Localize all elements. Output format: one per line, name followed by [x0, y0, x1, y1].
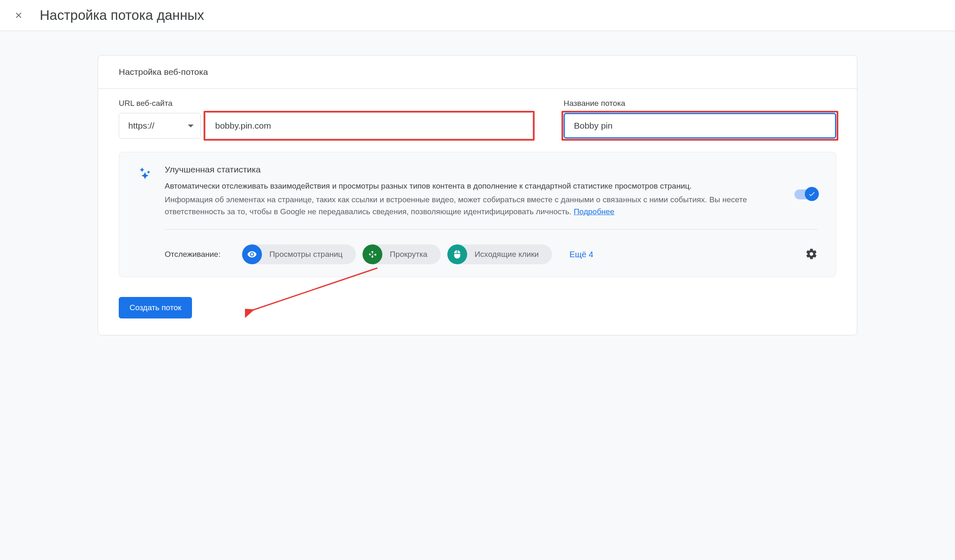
card-section-title: Настройка веб-потока	[98, 55, 857, 89]
enhanced-toggle[interactable]	[794, 189, 818, 199]
tracking-chip-outbound: Исходящие клики	[447, 244, 552, 264]
scroll-icon	[362, 244, 382, 264]
url-scheme-select[interactable]: https://	[119, 113, 201, 139]
tracking-label: Отслеживание:	[165, 250, 221, 259]
url-scheme-value: https://	[128, 121, 154, 131]
chip-label: Просмотры страниц	[262, 250, 346, 259]
create-stream-button[interactable]: Создать поток	[119, 297, 192, 318]
url-label: URL веб-сайта	[119, 99, 533, 108]
tracking-chip-scroll: Прокрутка	[362, 244, 441, 264]
sparkle-icon	[137, 165, 152, 264]
chip-label: Прокрутка	[382, 250, 431, 259]
mouse-icon	[447, 244, 467, 264]
tracking-chip-page-views: Просмотры страниц	[242, 244, 356, 264]
enhanced-title: Улучшенная статистика	[165, 165, 818, 175]
chip-label: Исходящие клики	[467, 250, 542, 259]
chevron-down-icon	[188, 124, 194, 127]
toggle-knob	[805, 187, 819, 201]
more-tracking-link[interactable]: Ещё 4	[569, 250, 593, 259]
learn-more-link[interactable]: Подробнее	[573, 207, 614, 216]
stream-name-input[interactable]	[564, 113, 836, 139]
gear-icon[interactable]	[805, 248, 818, 261]
close-icon[interactable]	[13, 10, 24, 21]
enhanced-description: Информация об элементах на странице, так…	[165, 194, 774, 218]
enhanced-bold-text: Автоматически отслеживать взаимодействия…	[165, 180, 774, 192]
enhanced-measurement-section: Улучшенная статистика Автоматически отсл…	[119, 152, 836, 277]
page-title: Настройка потока данных	[40, 7, 204, 23]
content-area: Настройка веб-потока URL веб-сайта https…	[0, 31, 955, 359]
eye-icon	[242, 244, 262, 264]
form-card: Настройка веб-потока URL веб-сайта https…	[98, 55, 857, 335]
url-input[interactable]	[206, 113, 533, 139]
dialog-header: Настройка потока данных	[0, 0, 955, 31]
stream-name-label: Название потока	[564, 99, 836, 108]
